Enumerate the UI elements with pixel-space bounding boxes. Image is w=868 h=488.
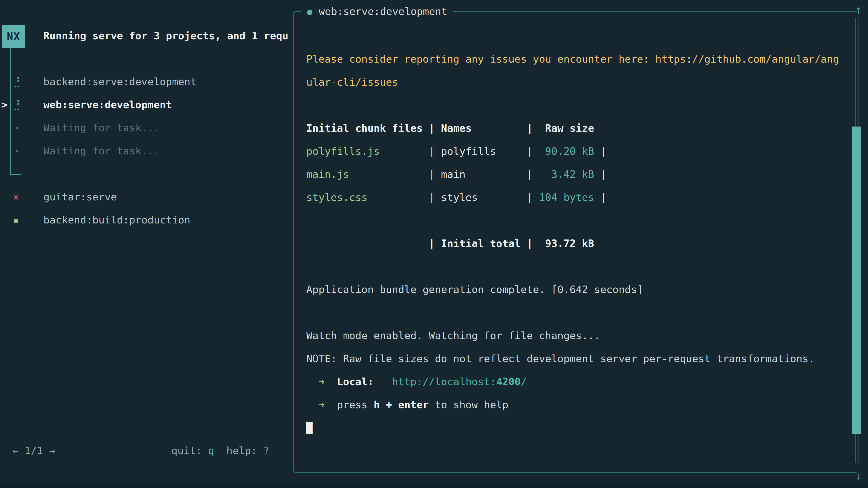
spacer xyxy=(43,445,49,457)
log-line xyxy=(306,25,849,48)
log-text-segment: 3.42 kB xyxy=(533,168,594,180)
terminal-output: Please consider reporting any issues you… xyxy=(306,25,849,440)
log-line: styles.css | styles | 104 bytes | xyxy=(306,186,849,209)
log-line: ular-cli/issues xyxy=(306,71,849,94)
page-indicator xyxy=(19,445,25,457)
task-label: web:serve:development xyxy=(43,99,172,111)
prev-page-arrow-icon[interactable]: ← xyxy=(12,445,19,457)
window-bottom-edge xyxy=(0,483,868,488)
log-text-segment: press xyxy=(337,399,374,411)
log-line: Watch mode enabled. Watching for file ch… xyxy=(306,324,849,347)
page-count: 1/1 xyxy=(25,445,43,457)
log-line: | Initial total | 93.72 kB xyxy=(306,232,849,255)
task-list-secondary: ✕guitar:serve▪backend:build:production xyxy=(0,186,291,232)
local-url[interactable]: 4200 xyxy=(496,376,521,388)
log-text-segment: | xyxy=(594,168,606,180)
log-line: Please consider reporting any issues you… xyxy=(306,48,849,71)
task-row[interactable]: >⣘web:serve:development xyxy=(0,93,291,116)
log-text-segment: main.js xyxy=(306,168,349,180)
log-line: █ xyxy=(306,416,849,440)
quit-label: quit: xyxy=(171,445,202,457)
log-text-segment: | polyfills | xyxy=(380,145,533,157)
task-row[interactable]: ✕guitar:serve xyxy=(0,186,291,208)
quit-key[interactable]: q xyxy=(208,445,214,457)
log-line: Initial chunk files | Names | Raw size xyxy=(306,117,849,140)
log-text-segment: 90.20 kB xyxy=(533,145,594,157)
task-status-running-icon: ⣘ xyxy=(13,93,31,116)
log-text-segment: Local: xyxy=(337,376,374,388)
terminal-screen: { "sidebar": { "logo": "NX", "title": "R… xyxy=(0,0,868,488)
log-line xyxy=(306,209,849,232)
selected-task-chevron-icon: > xyxy=(1,93,7,116)
task-group-bracket-corner xyxy=(10,174,21,175)
log-line: NOTE: Raw file sizes do not reflect deve… xyxy=(306,347,849,370)
log-line: polyfills.js | polyfills | 90.20 kB | xyxy=(306,140,849,163)
task-list-primary: ⣘backend:serve:development>⣘web:serve:de… xyxy=(0,70,291,162)
task-status-waiting-icon: · xyxy=(13,139,31,162)
task-row[interactable]: ·Waiting for task... xyxy=(0,116,291,139)
log-text-segment: h + enter xyxy=(374,399,429,411)
help-key[interactable]: ? xyxy=(263,445,269,457)
pagination: ← 1/1 → xyxy=(12,445,55,457)
keyboard-hints: quit: q help: ? xyxy=(171,445,270,457)
task-status-waiting-icon: · xyxy=(13,116,31,139)
log-line: ➜ press h + enter to show help xyxy=(306,393,849,416)
output-panel-title: ● web:serve:development xyxy=(301,4,453,19)
log-text-segment: ular-cli/issues xyxy=(306,76,398,88)
running-status-dot-icon: ● xyxy=(307,4,312,19)
help-label: help: xyxy=(226,445,257,457)
log-text-segment: styles.css xyxy=(306,191,368,203)
task-label: guitar:serve xyxy=(43,191,117,203)
log-text-segment: | main | xyxy=(349,168,533,180)
task-label: Waiting for task... xyxy=(43,122,160,134)
local-url[interactable]: http://localhost: xyxy=(392,376,496,388)
task-label: backend:build:production xyxy=(43,214,190,226)
log-line xyxy=(306,94,849,117)
log-text-segment: | styles | xyxy=(368,191,533,203)
log-text-segment: 104 bytes xyxy=(533,191,594,203)
log-line xyxy=(306,301,849,324)
task-status-running-icon: ⣘ xyxy=(13,70,31,93)
scroll-down-arrow-icon[interactable]: ↓ xyxy=(850,468,866,483)
log-text-segment: | Initial total | 93.72 kB xyxy=(306,237,594,250)
task-row[interactable]: ⣘backend:serve:development xyxy=(0,70,291,93)
log-text-segment: ➜ xyxy=(306,376,337,388)
spacer xyxy=(202,445,208,457)
task-row[interactable]: ▪backend:build:production xyxy=(0,208,291,232)
log-line xyxy=(306,255,849,278)
scrollbar-thumb[interactable] xyxy=(852,127,861,434)
log-text-segment: NOTE: Raw file sizes do not reflect deve… xyxy=(306,353,815,365)
task-label: backend:serve:development xyxy=(43,76,196,88)
log-text-segment: Please consider reporting any issues you… xyxy=(306,53,839,65)
log-line: Application bundle generation complete. … xyxy=(306,278,849,301)
task-status-success-icon: ▪ xyxy=(13,208,31,232)
spacer xyxy=(257,445,263,457)
log-line: main.js | main | 3.42 kB | xyxy=(306,163,849,186)
spacer xyxy=(214,445,226,457)
log-text-segment xyxy=(374,376,392,388)
task-label: Waiting for task... xyxy=(43,145,160,157)
task-row[interactable]: ·Waiting for task... xyxy=(0,139,291,162)
log-text-segment: ➜ xyxy=(306,399,337,411)
nx-logo: NX xyxy=(2,25,25,48)
log-text-segment: | xyxy=(594,145,606,157)
task-status-failed-icon: ✕ xyxy=(13,186,31,208)
next-page-arrow-icon[interactable]: → xyxy=(49,445,55,457)
scroll-up-arrow-icon[interactable]: ↑ xyxy=(850,2,866,17)
log-text-segment: polyfills.js xyxy=(306,145,380,157)
page-title: Running serve for 3 projects, and 1 requ xyxy=(43,30,292,43)
terminal-cursor: █ xyxy=(306,422,312,434)
log-text-segment: Watch mode enabled. Watching for file ch… xyxy=(306,330,600,341)
log-text-segment: to show help xyxy=(429,399,508,411)
log-text-segment: Initial chunk files | Names | Raw size xyxy=(306,122,594,134)
local-url[interactable]: / xyxy=(521,376,527,388)
output-panel-title-text: web:serve:development xyxy=(319,4,447,19)
log-text-segment: Application bundle generation complete. … xyxy=(306,284,643,295)
log-text-segment: | xyxy=(594,191,606,203)
log-line: ➜ Local: http://localhost:4200/ xyxy=(306,370,849,393)
